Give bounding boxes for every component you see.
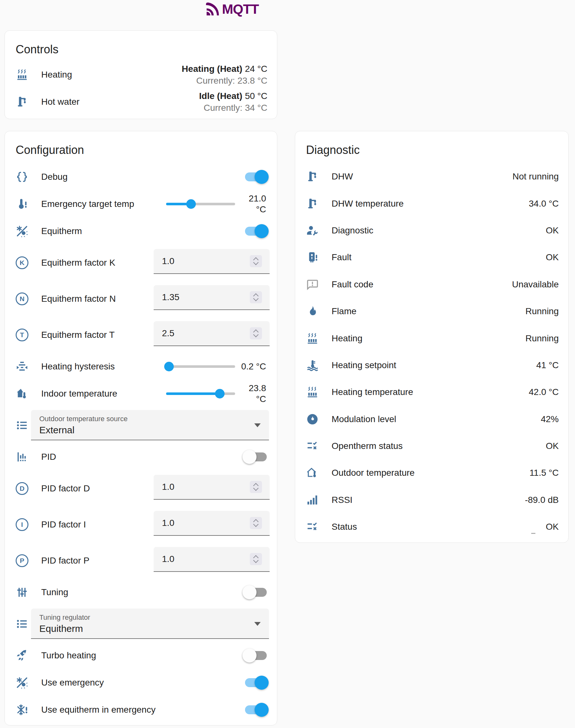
alpha-k-circle-icon: K bbox=[15, 256, 28, 269]
number-stepper[interactable] bbox=[250, 327, 262, 339]
dropdown-arrow-icon[interactable] bbox=[254, 622, 261, 626]
diag-row-fault[interactable]: Fault OK bbox=[295, 244, 568, 271]
row-value: 11.5 °C bbox=[529, 468, 559, 478]
diag-row-fault-code[interactable]: Fault code Unavailable bbox=[295, 271, 568, 298]
state-text: Heating (Heat) bbox=[182, 64, 242, 74]
stray-mark bbox=[531, 533, 535, 534]
signal-icon bbox=[306, 494, 319, 506]
config-row-heating-hysteresis: Heating hysteresis 0.2 °C bbox=[5, 353, 277, 380]
indoor-temperature-slider[interactable] bbox=[166, 389, 235, 399]
row-label: Opentherm status bbox=[332, 441, 403, 451]
climate-state[interactable]: Idle (Heat)50 °C Currently: 34 °C bbox=[199, 90, 267, 114]
row-value: Not running bbox=[512, 172, 559, 182]
number-value: 1.0 bbox=[162, 256, 174, 266]
slider-thumb[interactable] bbox=[186, 199, 196, 209]
select-value: External bbox=[39, 425, 74, 436]
pid-toggle[interactable] bbox=[244, 450, 267, 464]
diag-row-modulation-level[interactable]: Modulation level 42% bbox=[295, 406, 568, 433]
turbo-heating-toggle[interactable] bbox=[244, 649, 267, 662]
sun-snowflake-icon bbox=[15, 676, 28, 689]
row-label: Tuning bbox=[41, 587, 68, 597]
row-label: PID factor P bbox=[41, 555, 90, 566]
target-temp: 50 °C bbox=[245, 91, 267, 101]
config-row-debug: Debug bbox=[5, 163, 277, 190]
pid-factor-p-input[interactable]: 1.0 bbox=[154, 547, 270, 572]
slider-value: 0.2 °C bbox=[241, 361, 266, 372]
config-row-pid-factor-d: D PID factor D 1.0 bbox=[5, 470, 277, 506]
row-value: OK bbox=[546, 522, 559, 532]
use-emergency-toggle[interactable] bbox=[244, 676, 267, 690]
water-pump-icon bbox=[306, 170, 319, 183]
number-stepper[interactable] bbox=[250, 481, 262, 493]
fire-circle-icon bbox=[306, 413, 319, 426]
alpha-t-circle-icon: T bbox=[15, 329, 28, 341]
config-row-tuning-regulator: Tuning regulator Equitherm bbox=[5, 606, 277, 642]
diag-row-dhw-temperature[interactable]: DHW temperature 34.0 °C bbox=[295, 190, 568, 217]
emergency-target-temp-slider[interactable] bbox=[166, 199, 235, 209]
diag-row-heating-setpoint[interactable]: Heating setpoint 41 °C bbox=[295, 352, 568, 379]
use-equitherm-in-emergency-toggle[interactable] bbox=[244, 703, 267, 717]
mqtt-logo: MQTT bbox=[205, 2, 259, 16]
equitherm-factor-n-input[interactable]: 1.35 bbox=[154, 285, 270, 310]
number-value: 1.35 bbox=[162, 292, 179, 302]
row-value: 34.0 °C bbox=[529, 198, 559, 209]
pid-factor-i-input[interactable]: 1.0 bbox=[154, 511, 270, 536]
row-label: Fault bbox=[332, 252, 351, 262]
equitherm-factor-k-input[interactable]: 1.0 bbox=[154, 249, 270, 274]
slider-thumb[interactable] bbox=[164, 362, 174, 371]
diagnostic-card: Diagnostic DHW Not running DHW temperatu… bbox=[295, 131, 569, 543]
water-boiler-alert-icon bbox=[306, 251, 319, 264]
diag-row-rssi[interactable]: RSSI -89.0 dB bbox=[295, 486, 568, 513]
diag-row-flame[interactable]: Flame Running bbox=[295, 298, 568, 325]
slider-thumb[interactable] bbox=[215, 389, 225, 399]
slider-value: 23.8 °C bbox=[249, 383, 266, 405]
chart-histogram-icon bbox=[15, 450, 28, 463]
equitherm-factor-t-input[interactable]: 2.5 bbox=[154, 321, 270, 346]
row-label: Indoor temperature bbox=[41, 389, 117, 399]
row-label: DHW temperature bbox=[332, 198, 404, 209]
diag-row-heating-temperature[interactable]: Heating temperature 42.0 °C bbox=[295, 379, 568, 405]
diag-row-status[interactable]: Status OK bbox=[295, 513, 568, 540]
row-value: -89.0 dB bbox=[525, 495, 559, 505]
tuning-toggle[interactable] bbox=[244, 585, 267, 599]
list-bulleted-icon bbox=[15, 419, 28, 432]
row-label: Status bbox=[332, 522, 357, 532]
config-row-equitherm-factor-t: T Equitherm factor T 2.5 bbox=[5, 317, 277, 353]
diag-row-heating[interactable]: Heating Running bbox=[295, 325, 568, 352]
number-stepper[interactable] bbox=[250, 517, 262, 529]
climate-state[interactable]: Heating (Heat)24 °C Currently: 23.8 °C bbox=[182, 63, 267, 86]
row-label: DHW bbox=[332, 172, 353, 182]
logo-text: MQTT bbox=[222, 2, 259, 16]
row-value: OK bbox=[546, 441, 559, 451]
row-value: 41 °C bbox=[536, 360, 559, 370]
diag-row-diagnostic[interactable]: Diagnostic OK bbox=[295, 217, 568, 244]
row-value: Running bbox=[526, 306, 559, 317]
row-label: PID factor I bbox=[41, 519, 86, 530]
row-label: RSSI bbox=[332, 495, 352, 505]
row-label: Heating setpoint bbox=[332, 360, 396, 370]
configuration-title: Configuration bbox=[5, 131, 277, 157]
number-stepper[interactable] bbox=[250, 553, 262, 565]
row-label: PID factor D bbox=[41, 483, 90, 494]
alpha-i-circle-icon: I bbox=[15, 518, 28, 531]
diagnostic-title: Diagnostic bbox=[295, 131, 568, 157]
heating-hysteresis-slider[interactable] bbox=[166, 362, 235, 371]
equitherm-toggle[interactable] bbox=[244, 224, 267, 238]
diag-row-dhw[interactable]: DHW Not running bbox=[295, 163, 568, 190]
control-row-hot-water[interactable]: Hot water Idle (Heat)50 °C Currently: 34… bbox=[5, 88, 277, 115]
state-text: Idle (Heat) bbox=[199, 91, 242, 101]
number-stepper[interactable] bbox=[250, 255, 262, 267]
row-label: Heating temperature bbox=[332, 387, 413, 397]
tuning-regulator-select[interactable]: Tuning regulator Equitherm bbox=[31, 609, 269, 639]
diag-row-opentherm-status[interactable]: Opentherm status OK bbox=[295, 433, 568, 460]
pid-factor-d-input[interactable]: 1.0 bbox=[154, 475, 270, 500]
diag-row-outdoor-temperature[interactable]: Outdoor temperature 11.5 °C bbox=[295, 460, 568, 486]
outdoor-temperature-source-select[interactable]: Outdoor temperature source External bbox=[31, 410, 269, 440]
row-label: Flame bbox=[332, 306, 357, 317]
debug-toggle[interactable] bbox=[244, 170, 267, 184]
row-label: Fault code bbox=[332, 279, 373, 290]
row-label: Equitherm factor T bbox=[41, 330, 115, 340]
control-row-heating[interactable]: Heating Heating (Heat)24 °C Currently: 2… bbox=[5, 61, 277, 88]
number-stepper[interactable] bbox=[250, 291, 262, 303]
dropdown-arrow-icon[interactable] bbox=[254, 424, 261, 427]
